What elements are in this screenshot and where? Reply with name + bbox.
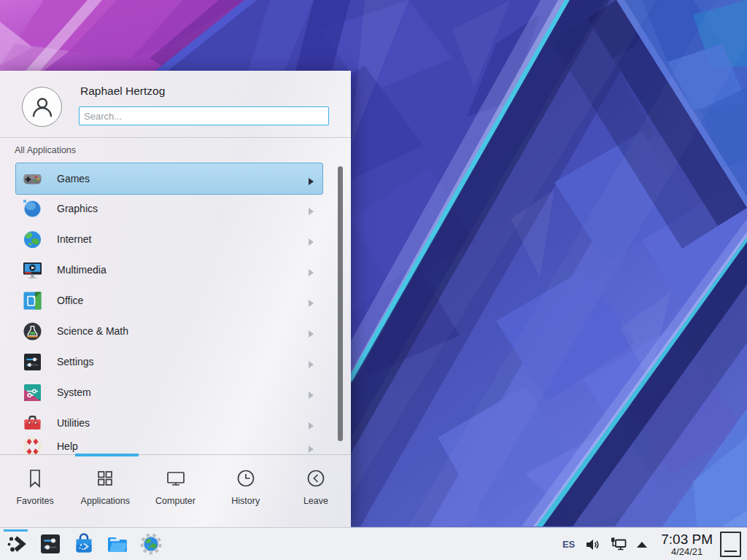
- category-label: Internet: [57, 233, 91, 245]
- category-label: Games: [57, 173, 90, 184]
- clock-date: 4/24/21: [671, 547, 703, 557]
- category-multimedia[interactable]: Multimedia: [16, 254, 322, 285]
- globe-icon: [23, 230, 42, 249]
- tab-label: History: [231, 496, 260, 506]
- konqueror-launcher[interactable]: [139, 532, 163, 556]
- folder-icon: [106, 532, 129, 556]
- submenu-arrow-icon: [309, 236, 314, 243]
- speaker-icon: [585, 537, 601, 552]
- system-settings-icon: [39, 532, 62, 556]
- taskbar-panel: ES: [0, 527, 747, 560]
- tab-label: Favorites: [16, 496, 53, 506]
- discover-launcher[interactable]: [72, 532, 96, 556]
- category-label: Multimedia: [57, 264, 107, 276]
- tab-history[interactable]: History: [211, 455, 281, 527]
- media-player-icon: [23, 260, 42, 280]
- submenu-arrow-icon: [309, 358, 314, 365]
- show-desktop-button[interactable]: [720, 532, 741, 557]
- toolbox-icon: [23, 413, 42, 433]
- system-sliders-icon: [23, 383, 42, 402]
- caret-up-icon: [636, 541, 648, 548]
- desktop: Raphael Hertzog All Applications Games: [0, 0, 747, 560]
- kickoff-icon: [5, 532, 28, 556]
- grid-icon: [94, 467, 116, 489]
- category-games[interactable]: Games: [15, 163, 323, 195]
- leave-icon: [305, 467, 327, 489]
- sphere-icon: [23, 199, 42, 219]
- category-office[interactable]: Office: [16, 285, 322, 316]
- keyboard-layout-indicator[interactable]: ES: [562, 539, 575, 550]
- tab-favorites[interactable]: Favorites: [0, 455, 70, 527]
- document-icon: [23, 291, 42, 311]
- clock-icon: [235, 467, 257, 489]
- bookmark-icon: [24, 467, 46, 489]
- expand-tray-button[interactable]: [636, 541, 648, 548]
- application-launcher-button[interactable]: [5, 532, 28, 556]
- category-system[interactable]: System: [16, 377, 322, 408]
- discover-icon: [72, 532, 96, 556]
- submenu-arrow-icon: [309, 419, 314, 427]
- active-task-indicator: [4, 529, 28, 532]
- submenu-arrow-icon: [309, 327, 314, 335]
- sliders-icon: [23, 352, 42, 372]
- category-label: System: [57, 386, 91, 398]
- submenu-arrow-icon: [309, 175, 314, 182]
- submenu-arrow-icon: [309, 297, 314, 304]
- category-graphics[interactable]: Graphics: [16, 193, 322, 224]
- application-launcher-popup: Raphael Hertzog All Applications Games: [0, 71, 351, 527]
- system-settings-launcher[interactable]: [39, 532, 62, 556]
- category-label: Science & Math: [57, 325, 128, 337]
- category-settings[interactable]: Settings: [16, 346, 322, 377]
- submenu-arrow-icon: [309, 389, 314, 396]
- category-label: Settings: [57, 356, 94, 368]
- submenu-arrow-icon: [309, 443, 314, 450]
- category-label: Graphics: [57, 203, 98, 214]
- tab-label: Computer: [155, 496, 196, 506]
- tab-applications[interactable]: Applications: [70, 455, 140, 527]
- category-science-math[interactable]: Science & Math: [16, 316, 322, 346]
- category-list: Games Graphics: [0, 71, 351, 454]
- category-label: Office: [57, 295, 83, 306]
- show-desktop-glyph: [724, 551, 737, 552]
- volume-button[interactable]: [585, 537, 601, 552]
- dolphin-launcher[interactable]: [106, 532, 129, 556]
- monitor-icon: [165, 467, 187, 489]
- category-label: Help: [57, 440, 78, 452]
- konqueror-globe-icon: [139, 532, 163, 556]
- submenu-arrow-icon: [309, 205, 314, 212]
- lifering-icon: [23, 437, 42, 455]
- system-tray: ES: [562, 528, 741, 560]
- category-internet[interactable]: Internet: [16, 224, 322, 254]
- category-label: Utilities: [57, 417, 90, 429]
- tab-computer[interactable]: Computer: [140, 455, 210, 527]
- digital-clock[interactable]: 7:03 PM 4/24/21: [661, 532, 713, 557]
- tab-leave[interactable]: Leave: [281, 455, 351, 527]
- gamepad-icon: [23, 169, 42, 189]
- launcher-tabbar: Favorites Applications Computer: [0, 455, 351, 527]
- tab-label: Applications: [81, 496, 130, 506]
- tab-label: Leave: [303, 496, 328, 506]
- submenu-arrow-icon: [309, 266, 314, 273]
- category-help[interactable]: Help: [16, 431, 322, 454]
- flask-icon: [23, 322, 42, 341]
- network-button[interactable]: [610, 537, 627, 552]
- scrollbar-thumb[interactable]: [338, 166, 343, 441]
- clock-time: 7:03 PM: [661, 532, 713, 547]
- wired-network-icon: [610, 537, 627, 552]
